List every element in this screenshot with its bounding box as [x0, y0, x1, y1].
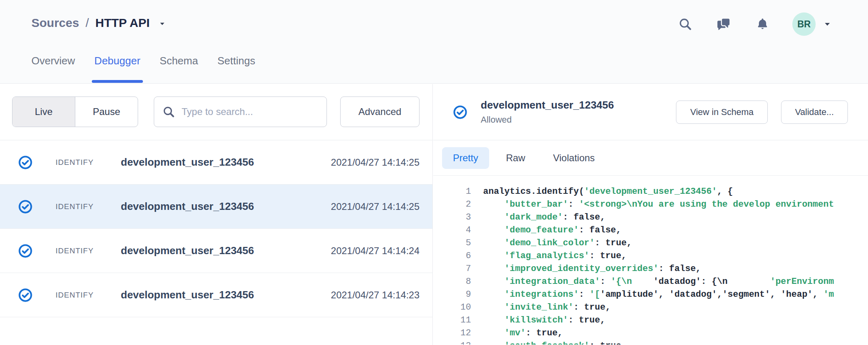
- code-text: 'invite_link': true,: [483, 301, 611, 314]
- code-line: 6 'flag_analytics': true,: [433, 250, 868, 263]
- event-detail-header: development_user_123456 Allowed View in …: [433, 84, 868, 140]
- allowed-check-icon: [453, 105, 468, 120]
- code-line: 11 'killswitch': true,: [433, 314, 868, 327]
- view-tab-violations[interactable]: Violations: [542, 147, 606, 169]
- payload-code-viewer: 1analytics.identify('development_user_12…: [433, 176, 868, 345]
- view-tab-pretty[interactable]: Pretty: [442, 147, 489, 169]
- line-number: 10: [433, 301, 471, 314]
- event-allowed-check-icon: [18, 155, 33, 170]
- code-line: 10 'invite_link': true,: [433, 301, 868, 314]
- payload-view-tabs: PrettyRawViolations: [433, 140, 868, 176]
- line-number: 7: [433, 263, 471, 275]
- event-detail-panel: development_user_123456 Allowed View in …: [433, 84, 868, 345]
- source-dropdown-caret-icon[interactable]: [157, 18, 167, 29]
- validate-button[interactable]: Validate...: [781, 101, 848, 124]
- tab-schema[interactable]: Schema: [160, 55, 198, 83]
- code-text: 'demo_feature': false,: [483, 224, 621, 237]
- event-timestamp: 2021/04/27 14:14:25: [331, 201, 420, 212]
- code-text: 'butter_bar': '<strong>\nYou are using t…: [483, 198, 834, 211]
- breadcrumb-source-name: HTTP API: [95, 16, 150, 30]
- event-stream-panel: Live Pause Advanced IDENTIFYdevelopment_…: [0, 84, 433, 345]
- code-line: 1analytics.identify('development_user_12…: [433, 185, 868, 198]
- line-number: 12: [433, 327, 471, 340]
- event-status-label: Allowed: [481, 115, 676, 125]
- code-text: 'mv': true,: [483, 327, 563, 340]
- header-actions: BR: [678, 12, 833, 36]
- line-number: 5: [433, 237, 471, 250]
- code-text: analytics.identify('development_user_123…: [483, 185, 733, 198]
- event-row[interactable]: IDENTIFYdevelopment_user_1234562021/04/2…: [0, 185, 432, 229]
- event-detail-title: development_user_123456: [481, 99, 676, 111]
- advanced-button[interactable]: Advanced: [340, 97, 420, 127]
- code-line: 8 'integration_data': '{\n 'datadog': {\…: [433, 275, 868, 288]
- live-button[interactable]: Live: [12, 97, 75, 127]
- breadcrumb-sources-link[interactable]: Sources: [31, 16, 79, 30]
- tab-debugger[interactable]: Debugger: [94, 55, 140, 83]
- code-text: 'demo_link_color': true,: [483, 237, 632, 250]
- line-number: 6: [433, 250, 471, 263]
- event-allowed-check-icon: [18, 288, 33, 303]
- event-name: development_user_123456: [121, 156, 331, 168]
- primary-tabs: OverviewDebuggerSchemaSettings: [31, 55, 255, 83]
- code-line: 13 'oauth_facebook': true,: [433, 340, 868, 345]
- event-allowed-check-icon: [18, 199, 33, 214]
- messages-icon[interactable]: [717, 17, 731, 31]
- line-number: 2: [433, 198, 471, 211]
- code-text: 'integration_data': '{\n 'datadog': {\n …: [483, 275, 834, 288]
- event-name: development_user_123456: [121, 244, 331, 257]
- code-line: 3 'dark_mode': false,: [433, 211, 868, 224]
- code-line: 2 'butter_bar': '<strong>\nYou are using…: [433, 198, 868, 211]
- search-icon[interactable]: [678, 17, 692, 31]
- event-row[interactable]: IDENTIFYdevelopment_user_1234562021/04/2…: [0, 273, 432, 317]
- app-header: Sources / HTTP API: [0, 0, 868, 84]
- event-name: development_user_123456: [121, 289, 331, 301]
- code-line: 7 'improved_identity_overrides': false,: [433, 263, 868, 275]
- event-list: IDENTIFYdevelopment_user_1234562021/04/2…: [0, 140, 432, 317]
- code-line: 5 'demo_link_color': true,: [433, 237, 868, 250]
- code-text: 'improved_identity_overrides': false,: [483, 263, 701, 275]
- event-type: IDENTIFY: [56, 202, 121, 211]
- view-tab-raw[interactable]: Raw: [495, 147, 536, 169]
- avatar[interactable]: BR: [792, 12, 816, 36]
- code-line: 4 'demo_feature': false,: [433, 224, 868, 237]
- event-allowed-check-icon: [18, 243, 33, 259]
- event-search-input[interactable]: [182, 106, 318, 117]
- breadcrumb-separator: /: [85, 16, 89, 30]
- search-input-icon: [162, 105, 175, 118]
- live-pause-toggle: Live Pause: [12, 97, 138, 127]
- account-menu-caret-icon[interactable]: [822, 19, 833, 29]
- pause-button[interactable]: Pause: [75, 97, 138, 127]
- code-text: 'flag_analytics': true,: [483, 250, 626, 263]
- view-in-schema-button[interactable]: View in Schema: [676, 101, 767, 124]
- event-row[interactable]: IDENTIFYdevelopment_user_1234562021/04/2…: [0, 140, 432, 185]
- line-number: 4: [433, 224, 471, 237]
- line-number: 11: [433, 314, 471, 327]
- event-timestamp: 2021/04/27 14:14:24: [331, 245, 420, 257]
- code-text: 'integrations': '['amplitude', 'datadog'…: [483, 288, 834, 301]
- event-type: IDENTIFY: [56, 291, 121, 300]
- event-type: IDENTIFY: [56, 246, 121, 255]
- event-name: development_user_123456: [121, 200, 331, 213]
- line-number: 9: [433, 288, 471, 301]
- breadcrumb: Sources / HTTP API: [31, 16, 167, 30]
- event-row[interactable]: IDENTIFYdevelopment_user_1234562021/04/2…: [0, 229, 432, 273]
- code-text: 'dark_mode': false,: [483, 211, 606, 224]
- tab-overview[interactable]: Overview: [31, 55, 75, 83]
- event-detail-titles: development_user_123456 Allowed: [481, 99, 676, 125]
- debugger-screen: Sources / HTTP API: [0, 0, 868, 345]
- stream-controls: Live Pause Advanced: [0, 84, 432, 140]
- tab-settings[interactable]: Settings: [217, 55, 255, 83]
- code-line: 12 'mv': true,: [433, 327, 868, 340]
- code-text: 'oauth_facebook': true,: [483, 340, 626, 345]
- line-number: 8: [433, 275, 471, 288]
- line-number: 1: [433, 185, 471, 198]
- line-number: 3: [433, 211, 471, 224]
- event-search-box: [154, 97, 327, 127]
- event-type: IDENTIFY: [56, 158, 121, 167]
- code-text: 'killswitch': true,: [483, 314, 606, 327]
- code-line: 9 'integrations': '['amplitude', 'datado…: [433, 288, 868, 301]
- notifications-bell-icon[interactable]: [755, 17, 770, 31]
- event-timestamp: 2021/04/27 14:14:23: [331, 290, 420, 301]
- event-timestamp: 2021/04/27 14:14:25: [331, 157, 420, 168]
- line-number: 13: [433, 340, 471, 345]
